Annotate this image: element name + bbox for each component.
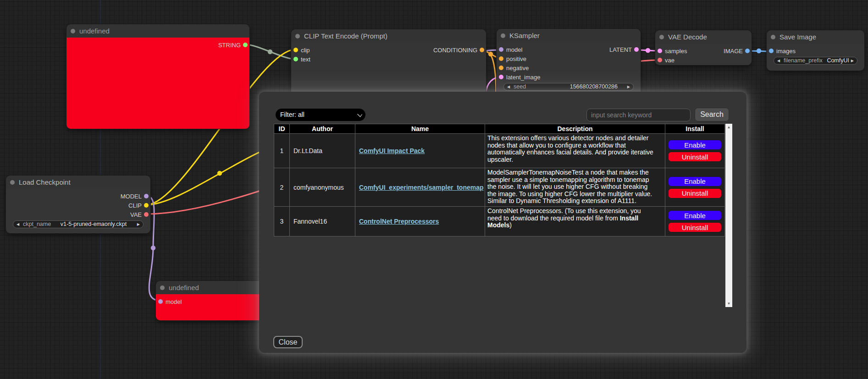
output-slot-VAE[interactable] <box>144 212 149 217</box>
col-header-name: Name <box>355 124 485 134</box>
input-slot-latent_image[interactable] <box>499 75 503 79</box>
node-clip-text-encode[interactable]: CLIP Text Encode (Prompt)cliptextCONDITI… <box>291 29 486 98</box>
input-slot-vae[interactable] <box>658 58 662 62</box>
input-slot-positive[interactable] <box>499 56 503 61</box>
enable-button[interactable]: Enable <box>668 210 722 220</box>
node-undefined-top-header[interactable]: undefined <box>66 24 249 38</box>
widget-arrow-right-icon[interactable]: ▶ <box>627 83 630 90</box>
widget-arrow-left-icon[interactable]: ◀ <box>777 57 780 64</box>
input-slot-label: samples <box>665 48 687 55</box>
output-slot-STRING[interactable] <box>243 43 248 47</box>
cell-install: EnableUninstall <box>665 207 725 236</box>
uninstall-button[interactable]: Uninstall <box>668 152 722 162</box>
input-slot-clip[interactable] <box>293 48 298 52</box>
widget-arrow-left-icon[interactable]: ◀ <box>507 83 510 90</box>
input-slot-model[interactable] <box>158 299 163 304</box>
link-hidden-to-negative <box>490 54 496 96</box>
node-save-image[interactable]: Save Imageimages◀▶filename_prefixComfyUI <box>767 30 864 71</box>
scroll-up-icon[interactable]: ▲ <box>725 125 732 129</box>
node-undefined-top-body <box>66 38 249 129</box>
input-slot-images[interactable] <box>769 49 774 53</box>
widget-label: ckpt_name <box>23 221 51 228</box>
output-slot-CONDITIONING[interactable] <box>480 48 484 52</box>
extension-link[interactable]: ControlNet Preprocessors <box>359 218 439 225</box>
node-save-image-header[interactable]: Save Image <box>767 30 864 44</box>
cell-author: Fannovel16 <box>290 207 355 236</box>
node-title: undefined <box>79 24 110 38</box>
node-status-dot <box>10 180 15 185</box>
extension-row-2: 2comfyanonymousComfyUI_experiments/sampl… <box>274 168 725 207</box>
uninstall-button[interactable]: Uninstall <box>668 188 722 198</box>
node-status-dot <box>501 33 505 38</box>
node-load-checkpoint[interactable]: Load CheckpointMODELCLIPVAE◀▶ckpt_namev1… <box>6 176 150 233</box>
node-undefined-top[interactable]: undefinedSTRING <box>66 24 249 129</box>
table-scrollbar[interactable]: ▲ ▼ <box>725 124 732 307</box>
widget-arrow-right-icon[interactable]: ▶ <box>137 221 140 228</box>
output-slot-CLIP[interactable] <box>144 203 149 208</box>
widget-arrow-left-icon[interactable]: ◀ <box>17 221 19 228</box>
link-latent-to-samples-dot[interactable] <box>646 48 650 53</box>
cell-description: ModelSamplerTonemapNoiseTest a node that… <box>485 168 665 207</box>
node-ksampler-header[interactable]: KSampler <box>497 29 641 42</box>
output-slot-MODEL[interactable] <box>144 194 149 198</box>
widget-ckpt_name[interactable]: ◀▶ckpt_namev1-5-pruned-emaonly.ckpt <box>13 220 144 228</box>
output-slot-LATENT[interactable] <box>634 47 639 52</box>
node-load-checkpoint-header[interactable]: Load Checkpoint <box>6 176 150 189</box>
input-slot-label: images <box>776 48 796 55</box>
output-slot-IMAGE[interactable] <box>745 49 750 53</box>
enable-button[interactable]: Enable <box>668 176 722 187</box>
cell-author: comfyanonymous <box>290 168 355 207</box>
cell-description: This extension offers various detector n… <box>485 134 665 168</box>
input-slot-label: model <box>506 46 522 53</box>
extension-link[interactable]: ComfyUI Impact Pack <box>359 147 425 154</box>
close-button[interactable]: Close <box>273 336 303 348</box>
input-slot-label: clip <box>301 47 310 54</box>
output-slot-label: CLIP <box>128 202 142 209</box>
filter-select[interactable]: Filter: all <box>276 109 365 121</box>
extension-link[interactable]: ComfyUI_experiments/sampler_tonemap <box>359 184 484 191</box>
node-title: undefined <box>169 281 199 294</box>
uninstall-button[interactable]: Uninstall <box>668 222 722 232</box>
node-title: Save Image <box>780 30 816 44</box>
node-status-dot <box>295 34 300 38</box>
cell-description: ControlNet Preprocessors. (To use this e… <box>485 207 665 236</box>
link-image-to-images-dot[interactable] <box>757 49 761 53</box>
col-header-id: ID <box>274 124 290 134</box>
search-input[interactable] <box>586 109 691 121</box>
link-string-to-text-dot[interactable] <box>268 49 272 54</box>
node-vae-decode-header[interactable]: VAE Decode <box>655 30 752 44</box>
input-slot-negative[interactable] <box>499 66 503 70</box>
node-clip-text-encode-header[interactable]: CLIP Text Encode (Prompt) <box>291 29 486 43</box>
widget-value: 156680208700286 <box>570 83 618 90</box>
input-slot-text[interactable] <box>293 57 298 61</box>
link-model-down-dot[interactable] <box>151 246 155 250</box>
scroll-down-icon[interactable]: ▼ <box>725 302 732 306</box>
output-slot-label: MODEL <box>121 193 142 200</box>
cell-id: 2 <box>274 168 290 207</box>
filter-select-value: Filter: all <box>280 109 304 121</box>
input-slot-samples[interactable] <box>658 49 662 53</box>
chevron-down-icon <box>357 111 362 117</box>
widget-seed[interactable]: ◀▶seed156680208700286 <box>503 83 634 91</box>
node-title: CLIP Text Encode (Prompt) <box>304 29 387 43</box>
input-slot-model[interactable] <box>499 47 503 52</box>
widget-arrow-right-icon[interactable]: ▶ <box>851 57 854 64</box>
cell-install: EnableUninstall <box>665 134 725 168</box>
widget-value: v1-5-pruned-emaonly.ckpt <box>57 221 130 228</box>
widget-label: seed <box>514 83 526 90</box>
node-ksampler[interactable]: KSamplermodelpositivenegativelatent_imag… <box>497 29 641 99</box>
widget-filename_prefix[interactable]: ◀▶filename_prefixComfyUI <box>774 57 857 65</box>
col-header-author: Author <box>290 124 355 134</box>
col-header-description: Description <box>485 124 665 134</box>
input-slot-label: negative <box>506 65 529 71</box>
node-status-dot <box>71 29 75 33</box>
enable-button[interactable]: Enable <box>668 140 722 150</box>
node-vae-decode[interactable]: VAE DecodesamplesvaeIMAGE <box>655 30 752 65</box>
link-clip-to-hidden-dot[interactable] <box>217 171 222 176</box>
output-slot-label: CONDITIONING <box>433 47 477 54</box>
node-title: KSampler <box>509 29 540 42</box>
search-button[interactable]: Search <box>695 108 729 121</box>
cell-id: 3 <box>274 207 290 236</box>
widget-value: ComfyUI <box>827 57 849 64</box>
col-header-install: Install <box>665 124 725 134</box>
